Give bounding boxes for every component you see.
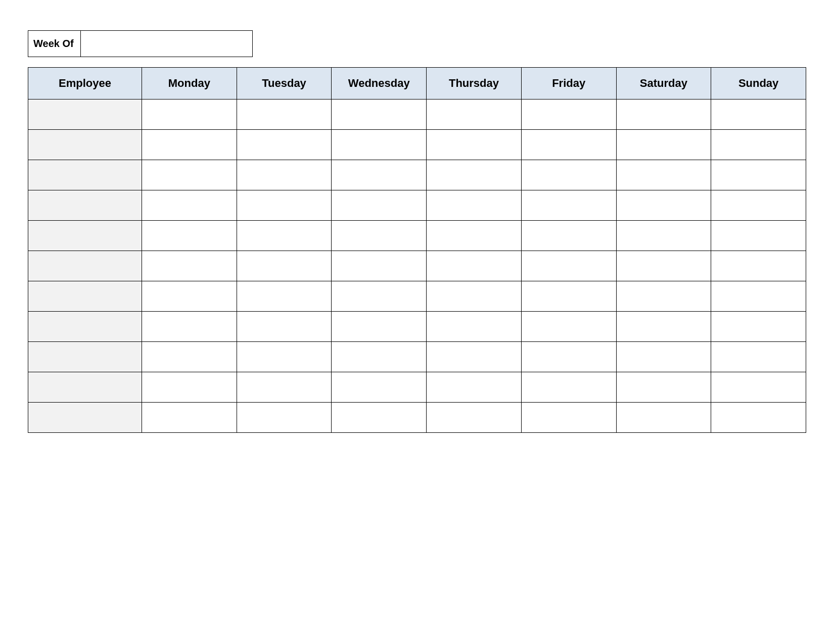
day-cell[interactable] [616, 130, 711, 160]
employee-cell[interactable] [28, 100, 142, 130]
day-cell[interactable] [521, 281, 616, 312]
day-cell[interactable] [711, 312, 806, 342]
day-cell[interactable] [711, 130, 806, 160]
day-cell[interactable] [711, 372, 806, 403]
header-employee: Employee [28, 68, 142, 100]
day-cell[interactable] [616, 251, 711, 281]
day-cell[interactable] [521, 190, 616, 221]
day-cell[interactable] [521, 372, 616, 403]
day-cell[interactable] [332, 281, 427, 312]
day-cell[interactable] [237, 342, 332, 372]
day-cell[interactable] [427, 312, 522, 342]
day-cell[interactable] [616, 281, 711, 312]
day-cell[interactable] [616, 312, 711, 342]
day-cell[interactable] [711, 221, 806, 251]
day-cell[interactable] [521, 342, 616, 372]
day-cell[interactable] [332, 221, 427, 251]
header-friday: Friday [521, 68, 616, 100]
day-cell[interactable] [142, 221, 237, 251]
table-row [28, 403, 806, 433]
day-cell[interactable] [616, 190, 711, 221]
day-cell[interactable] [521, 221, 616, 251]
day-cell[interactable] [237, 281, 332, 312]
day-cell[interactable] [521, 312, 616, 342]
day-cell[interactable] [237, 372, 332, 403]
employee-cell[interactable] [28, 342, 142, 372]
day-cell[interactable] [521, 130, 616, 160]
day-cell[interactable] [142, 130, 237, 160]
day-cell[interactable] [711, 190, 806, 221]
day-cell[interactable] [142, 403, 237, 433]
day-cell[interactable] [332, 342, 427, 372]
day-cell[interactable] [711, 251, 806, 281]
employee-cell[interactable] [28, 160, 142, 190]
day-cell[interactable] [142, 342, 237, 372]
day-cell[interactable] [427, 160, 522, 190]
day-cell[interactable] [711, 100, 806, 130]
day-cell[interactable] [142, 160, 237, 190]
day-cell[interactable] [237, 160, 332, 190]
day-cell[interactable] [237, 190, 332, 221]
table-row [28, 312, 806, 342]
header-thursday: Thursday [427, 68, 522, 100]
employee-cell[interactable] [28, 130, 142, 160]
day-cell[interactable] [427, 221, 522, 251]
day-cell[interactable] [616, 221, 711, 251]
day-cell[interactable] [711, 281, 806, 312]
day-cell[interactable] [427, 342, 522, 372]
day-cell[interactable] [142, 190, 237, 221]
day-cell[interactable] [332, 100, 427, 130]
day-cell[interactable] [237, 403, 332, 433]
day-cell[interactable] [521, 403, 616, 433]
day-cell[interactable] [142, 100, 237, 130]
day-cell[interactable] [521, 100, 616, 130]
table-row [28, 342, 806, 372]
day-cell[interactable] [332, 403, 427, 433]
day-cell[interactable] [332, 190, 427, 221]
day-cell[interactable] [616, 372, 711, 403]
day-cell[interactable] [711, 342, 806, 372]
employee-cell[interactable] [28, 190, 142, 221]
day-cell[interactable] [237, 100, 332, 130]
day-cell[interactable] [616, 403, 711, 433]
day-cell[interactable] [142, 312, 237, 342]
day-cell[interactable] [142, 251, 237, 281]
day-cell[interactable] [142, 281, 237, 312]
day-cell[interactable] [427, 190, 522, 221]
day-cell[interactable] [332, 251, 427, 281]
employee-cell[interactable] [28, 251, 142, 281]
day-cell[interactable] [332, 372, 427, 403]
header-wednesday: Wednesday [332, 68, 427, 100]
day-cell[interactable] [427, 100, 522, 130]
day-cell[interactable] [142, 372, 237, 403]
employee-cell[interactable] [28, 281, 142, 312]
day-cell[interactable] [616, 342, 711, 372]
week-of-input[interactable] [81, 30, 253, 57]
day-cell[interactable] [427, 251, 522, 281]
day-cell[interactable] [237, 312, 332, 342]
day-cell[interactable] [427, 281, 522, 312]
header-tuesday: Tuesday [237, 68, 332, 100]
day-cell[interactable] [237, 130, 332, 160]
employee-cell[interactable] [28, 312, 142, 342]
day-cell[interactable] [237, 221, 332, 251]
day-cell[interactable] [521, 251, 616, 281]
day-cell[interactable] [332, 130, 427, 160]
day-cell[interactable] [616, 160, 711, 190]
week-of-container: Week Of [28, 30, 806, 57]
day-cell[interactable] [711, 160, 806, 190]
employee-cell[interactable] [28, 372, 142, 403]
day-cell[interactable] [616, 100, 711, 130]
header-saturday: Saturday [616, 68, 711, 100]
employee-cell[interactable] [28, 403, 142, 433]
day-cell[interactable] [237, 251, 332, 281]
day-cell[interactable] [711, 403, 806, 433]
day-cell[interactable] [521, 160, 616, 190]
day-cell[interactable] [427, 372, 522, 403]
day-cell[interactable] [332, 160, 427, 190]
table-row [28, 221, 806, 251]
day-cell[interactable] [332, 312, 427, 342]
employee-cell[interactable] [28, 221, 142, 251]
day-cell[interactable] [427, 130, 522, 160]
day-cell[interactable] [427, 403, 522, 433]
